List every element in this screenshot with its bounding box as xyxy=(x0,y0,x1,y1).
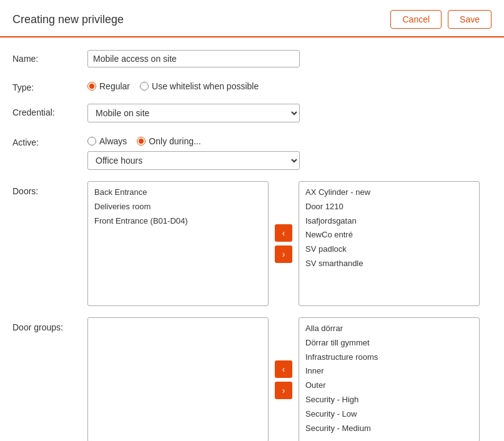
selected-door-groups-list[interactable] xyxy=(87,317,269,441)
active-row: Active: Always Only during... Office hou… xyxy=(12,134,492,170)
list-item[interactable]: Door 1210 xyxy=(304,200,474,214)
doors-arrow-col: ‹ › xyxy=(269,181,299,306)
list-item[interactable]: Dörrar till gymmet xyxy=(304,336,474,350)
name-label: Name: xyxy=(12,50,87,64)
list-item[interactable]: Inner xyxy=(304,364,474,379)
available-doors-list[interactable]: AX Cylinder - new Door 1210 Isafjordsgat… xyxy=(299,181,480,306)
list-item[interactable]: NewCo entré xyxy=(304,228,474,242)
type-regular-label: Regular xyxy=(99,81,130,91)
chevron-left-icon: ‹ xyxy=(282,364,285,374)
active-only-during-radio[interactable] xyxy=(137,137,146,146)
list-item[interactable]: Outer xyxy=(304,379,474,393)
schedule-select[interactable]: Office hours Always Weekdays xyxy=(87,151,300,170)
type-whitelist-label: Use whitelist when possible xyxy=(152,81,259,91)
door-groups-label: Door groups: xyxy=(12,317,87,332)
list-item[interactable]: Front Entrance (B01-D04) xyxy=(93,214,263,229)
list-item[interactable]: Alla dörrar xyxy=(304,322,474,336)
page-title: Creating new privilege xyxy=(12,13,124,26)
active-always-radio[interactable] xyxy=(87,137,96,146)
doors-section: Back Entrance Deliveries room Front Entr… xyxy=(87,181,480,306)
move-left-button[interactable]: ‹ xyxy=(275,224,292,242)
list-item[interactable]: Security - High xyxy=(304,393,474,407)
type-label: Type: xyxy=(12,79,87,92)
selected-doors-list[interactable]: Back Entrance Deliveries room Front Entr… xyxy=(87,181,269,306)
name-row: Name: xyxy=(12,50,492,67)
active-always-option[interactable]: Always xyxy=(87,136,127,146)
save-button[interactable]: Save xyxy=(448,10,492,29)
list-item[interactable]: Back Entrance xyxy=(93,186,263,200)
list-item[interactable]: Deliveries room xyxy=(93,200,263,214)
type-regular-option[interactable]: Regular xyxy=(87,81,130,91)
page-header: Creating new privilege Cancel Save xyxy=(0,0,504,37)
active-control: Always Only during... Office hours Alway… xyxy=(87,134,492,170)
credential-row: Credential: Mobile on site Card PIN xyxy=(12,104,492,122)
doors-row: Doors: Back Entrance Deliveries room Fro… xyxy=(12,181,492,306)
list-item[interactable]: Security - Medium xyxy=(304,422,474,436)
credential-control: Mobile on site Card PIN xyxy=(87,104,492,122)
active-always-label: Always xyxy=(99,136,127,146)
list-item[interactable]: Isafjordsgatan xyxy=(304,214,474,229)
list-item[interactable]: SV padlock xyxy=(304,242,474,257)
cancel-button[interactable]: Cancel xyxy=(390,10,442,29)
chevron-right-icon: › xyxy=(282,249,285,259)
form-body: Name: Type: Regular Use whitelist when p… xyxy=(0,37,504,441)
type-control: Regular Use whitelist when possible xyxy=(87,79,492,91)
available-door-groups-list[interactable]: Alla dörrar Dörrar till gymmet Infrastru… xyxy=(299,317,480,441)
active-label: Active: xyxy=(12,134,87,147)
chevron-right-icon: › xyxy=(282,385,285,395)
move-right-button[interactable]: › xyxy=(275,245,292,263)
move-group-right-button[interactable]: › xyxy=(275,382,292,399)
active-radio-group: Always Only during... xyxy=(87,134,492,146)
credential-label: Credential: xyxy=(12,104,87,117)
chevron-left-icon: ‹ xyxy=(282,228,285,238)
door-groups-section: ‹ › Alla dörrar Dörrar till gymmet Infra… xyxy=(87,317,480,441)
list-item[interactable]: SV smarthandle xyxy=(304,257,474,271)
door-groups-row: Door groups: ‹ › Alla dörrar Dörrar till… xyxy=(12,317,492,441)
active-only-during-label: Only during... xyxy=(149,136,200,146)
door-groups-arrow-col: ‹ › xyxy=(269,317,299,441)
doors-label: Doors: xyxy=(12,181,87,196)
type-regular-radio[interactable] xyxy=(87,82,96,91)
list-item[interactable]: AX Cylinder - new xyxy=(304,186,474,200)
active-only-during-option[interactable]: Only during... xyxy=(137,136,200,146)
type-whitelist-option[interactable]: Use whitelist when possible xyxy=(140,81,259,91)
name-input[interactable] xyxy=(87,50,300,67)
credential-select[interactable]: Mobile on site Card PIN xyxy=(87,104,300,122)
list-item[interactable]: Infrastructure rooms xyxy=(304,350,474,365)
list-item[interactable]: Security - Low xyxy=(304,407,474,422)
move-group-left-button[interactable]: ‹ xyxy=(275,360,292,378)
type-whitelist-radio[interactable] xyxy=(140,82,149,91)
name-control xyxy=(87,50,492,67)
type-row: Type: Regular Use whitelist when possibl… xyxy=(12,79,492,92)
header-actions: Cancel Save xyxy=(390,10,492,29)
